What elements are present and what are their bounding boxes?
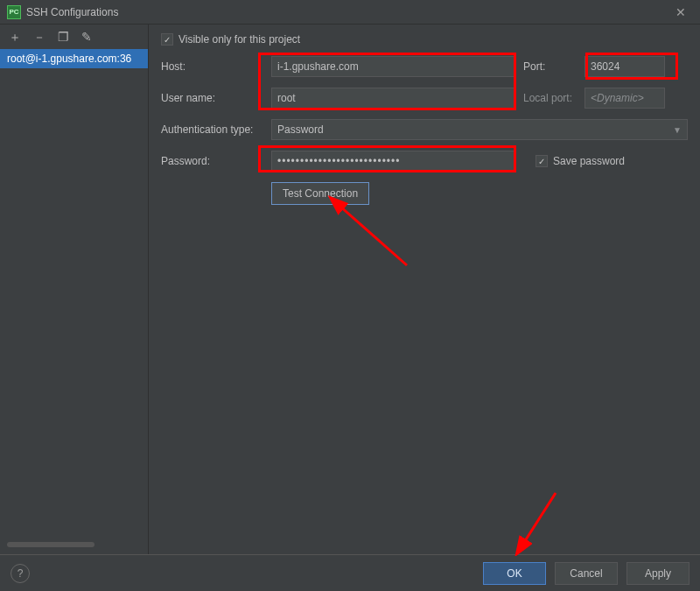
right-panel: ✓ Visible only for this project Host: Po… — [149, 25, 700, 554]
ok-button[interactable]: OK — [483, 562, 546, 585]
username-input[interactable] — [271, 88, 516, 109]
visible-only-label: Visible only for this project — [178, 33, 300, 46]
test-connection-button[interactable]: Test Connection — [271, 182, 369, 205]
add-icon[interactable]: ＋ — [9, 31, 21, 43]
cancel-button[interactable]: Cancel — [555, 562, 618, 585]
chevron-down-icon: ▼ — [673, 125, 682, 135]
auth-type-label: Authentication type: — [161, 123, 264, 136]
save-password-checkbox[interactable]: ✓ Save password — [536, 155, 625, 167]
password-label: Password: — [161, 155, 264, 167]
username-label: User name: — [161, 92, 264, 104]
port-input[interactable] — [584, 56, 665, 77]
checkbox-icon: ✓ — [161, 33, 173, 46]
body: ＋ － ❐ ✎ root@i-1.gpushare.com:36 ✓ Visib… — [0, 25, 700, 554]
app-icon: PC — [7, 5, 21, 19]
svg-line-0 — [340, 206, 407, 265]
horizontal-scrollbar[interactable] — [7, 542, 94, 547]
edit-icon[interactable]: ✎ — [81, 31, 92, 43]
remove-icon[interactable]: － — [33, 31, 46, 43]
left-panel: ＋ － ❐ ✎ root@i-1.gpushare.com:36 — [0, 25, 149, 554]
apply-button[interactable]: Apply — [626, 562, 690, 585]
annotation-arrow — [324, 195, 420, 274]
titlebar: PC SSH Configurations ✕ — [0, 0, 700, 25]
port-label: Port: — [523, 60, 578, 73]
password-input[interactable] — [271, 151, 516, 172]
host-label: Host: — [161, 60, 264, 73]
config-list-item[interactable]: root@i-1.gpushare.com:36 — [0, 49, 148, 68]
left-toolbar: ＋ － ❐ ✎ — [0, 25, 148, 49]
host-input[interactable] — [271, 56, 516, 77]
checkbox-icon: ✓ — [536, 155, 548, 167]
footer: ? OK Cancel Apply — [0, 554, 700, 591]
visible-only-checkbox[interactable]: ✓ Visible only for this project — [161, 33, 300, 46]
help-icon[interactable]: ? — [10, 564, 30, 583]
auth-type-value: Password — [277, 123, 324, 136]
local-port-label: Local port: — [523, 92, 578, 104]
auth-type-select[interactable]: Password ▼ — [271, 119, 688, 140]
window-title: SSH Configurations — [26, 6, 668, 18]
config-list: root@i-1.gpushare.com:36 — [0, 49, 148, 554]
save-password-label: Save password — [553, 155, 625, 167]
local-port-input — [584, 88, 665, 109]
ssh-configurations-dialog: PC SSH Configurations ✕ ＋ － ❐ ✎ root@i-1… — [0, 0, 700, 591]
copy-icon[interactable]: ❐ — [58, 31, 69, 43]
close-icon[interactable]: ✕ — [668, 5, 693, 19]
